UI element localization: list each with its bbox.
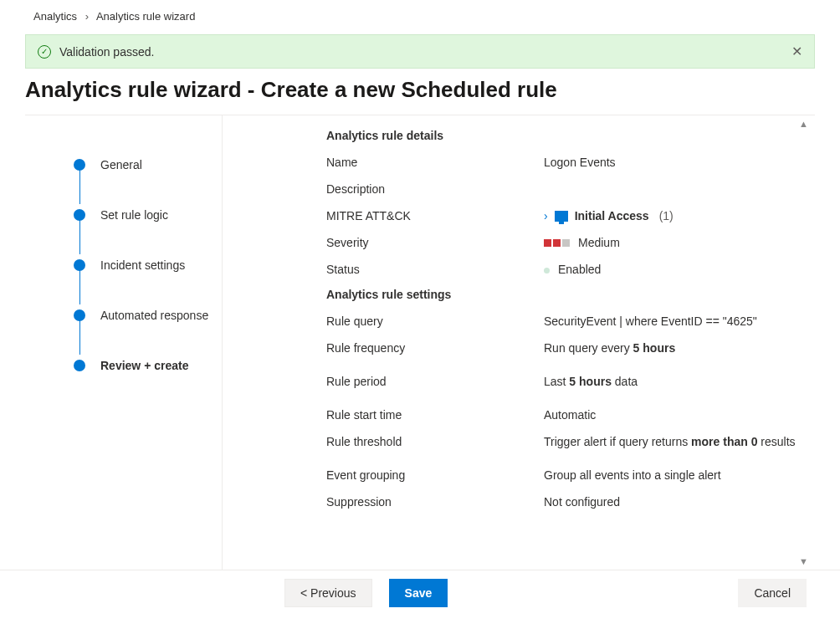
severity-text: Medium	[578, 236, 620, 249]
step-label: General	[100, 158, 142, 171]
label-event-grouping: Event grouping	[326, 468, 544, 482]
validation-message: Validation passed.	[59, 45, 154, 59]
threshold-suffix: results	[757, 435, 795, 448]
value-name: Logon Events	[544, 156, 815, 169]
label-rule-query: Rule query	[326, 314, 544, 328]
period-prefix: Last	[544, 375, 569, 388]
step-dot-icon	[74, 259, 85, 271]
row-rule-period: Rule period Last 5 hours data	[326, 361, 815, 395]
step-label: Automated response	[100, 309, 208, 322]
breadcrumb: Analytics › Analytics rule wizard	[0, 0, 840, 29]
period-suffix: data	[612, 375, 638, 388]
value-rule-frequency: Run query every 5 hours	[544, 341, 815, 355]
threshold-bold: more than 0	[691, 435, 757, 448]
value-suppression: Not configured	[544, 495, 815, 509]
step-connector-icon	[79, 316, 80, 355]
step-dot-icon	[74, 360, 85, 371]
threshold-prefix: Trigger alert if query returns	[544, 435, 691, 448]
status-dot-icon	[544, 268, 550, 274]
label-rule-start-time: Rule start time	[326, 408, 544, 422]
freq-prefix: Run query every	[544, 341, 633, 355]
row-name: Name Logon Events	[326, 149, 815, 176]
severity-bars-icon	[544, 239, 570, 247]
tactic-icon	[555, 211, 568, 222]
validation-banner: ✓ Validation passed. ✕	[25, 34, 815, 69]
previous-button[interactable]: < Previous	[284, 579, 372, 607]
step-connector-icon	[79, 216, 80, 254]
value-rule-threshold: Trigger alert if query returns more than…	[544, 435, 815, 448]
row-suppression: Suppression Not configured	[326, 488, 815, 515]
scroll-up-icon[interactable]: ▲	[799, 119, 808, 129]
section-rule-details-header: Analytics rule details	[326, 129, 815, 142]
chevron-right-icon: ›	[544, 209, 548, 222]
step-review-create[interactable]: Review + create	[74, 355, 222, 376]
breadcrumb-root[interactable]: Analytics	[33, 10, 77, 23]
mitre-tactic-count: (1)	[659, 209, 674, 222]
row-rule-frequency: Rule frequency Run query every 5 hours	[326, 335, 815, 361]
step-dot-icon	[74, 309, 85, 321]
row-rule-query: Rule query SecurityEvent | where EventID…	[326, 308, 815, 335]
step-label: Review + create	[100, 359, 188, 372]
step-label: Set rule logic	[100, 208, 168, 222]
label-severity: Severity	[326, 236, 544, 249]
value-rule-query: SecurityEvent | where EventID == "4625"	[544, 314, 815, 328]
row-mitre: MITRE ATT&CK › Initial Access (1)	[326, 202, 815, 229]
value-event-grouping: Group all events into a single alert	[544, 468, 815, 482]
value-status: Enabled	[544, 263, 815, 276]
step-automated-response[interactable]: Automated response	[74, 304, 222, 326]
step-connector-icon	[79, 266, 80, 304]
review-details[interactable]: ▲ Analytics rule details Name Logon Even…	[223, 115, 815, 570]
wizard-stepper: General Set rule logic Incident settings…	[25, 115, 223, 570]
step-dot-icon	[74, 159, 85, 171]
row-rule-threshold: Rule threshold Trigger alert if query re…	[326, 428, 815, 455]
page-title: Analytics rule wizard - Create a new Sch…	[25, 77, 840, 103]
checkmark-icon: ✓	[38, 45, 51, 59]
section-rule-settings-header: Analytics rule settings	[326, 288, 815, 301]
label-suppression: Suppression	[326, 495, 544, 509]
mitre-tactic-name: Initial Access	[575, 209, 649, 222]
breadcrumb-current: Analytics rule wizard	[96, 10, 196, 23]
step-set-rule-logic[interactable]: Set rule logic	[74, 204, 222, 226]
value-rule-period: Last 5 hours data	[544, 375, 815, 388]
label-description: Description	[326, 182, 544, 196]
row-rule-start-time: Rule start time Automatic	[326, 395, 815, 428]
label-rule-threshold: Rule threshold	[326, 435, 544, 448]
step-incident-settings[interactable]: Incident settings	[74, 254, 222, 276]
value-severity: Medium	[544, 236, 815, 249]
step-general[interactable]: General	[74, 154, 222, 176]
label-rule-period: Rule period	[326, 375, 544, 388]
row-event-grouping: Event grouping Group all events into a s…	[326, 455, 815, 488]
breadcrumb-separator-icon: ›	[85, 10, 89, 23]
content-frame: General Set rule logic Incident settings…	[25, 115, 815, 570]
footer-bar: < Previous Save Cancel	[0, 570, 840, 616]
label-name: Name	[326, 156, 544, 169]
label-mitre: MITRE ATT&CK	[326, 209, 544, 222]
step-connector-icon	[79, 166, 80, 204]
label-rule-frequency: Rule frequency	[326, 341, 544, 355]
row-description: Description	[326, 176, 815, 202]
row-severity: Severity Medium	[326, 229, 815, 256]
scroll-down-icon[interactable]: ▼	[799, 556, 808, 566]
step-label: Incident settings	[100, 258, 185, 272]
step-dot-icon	[74, 209, 85, 221]
status-text: Enabled	[558, 263, 601, 276]
save-button[interactable]: Save	[389, 579, 448, 607]
period-bold: 5 hours	[569, 375, 612, 388]
row-status: Status Enabled	[326, 256, 815, 283]
cancel-button[interactable]: Cancel	[738, 579, 807, 607]
close-icon[interactable]: ✕	[791, 43, 802, 59]
value-mitre[interactable]: › Initial Access (1)	[544, 209, 815, 222]
value-rule-start-time: Automatic	[544, 408, 815, 422]
label-status: Status	[326, 263, 544, 276]
freq-bold: 5 hours	[633, 341, 676, 355]
